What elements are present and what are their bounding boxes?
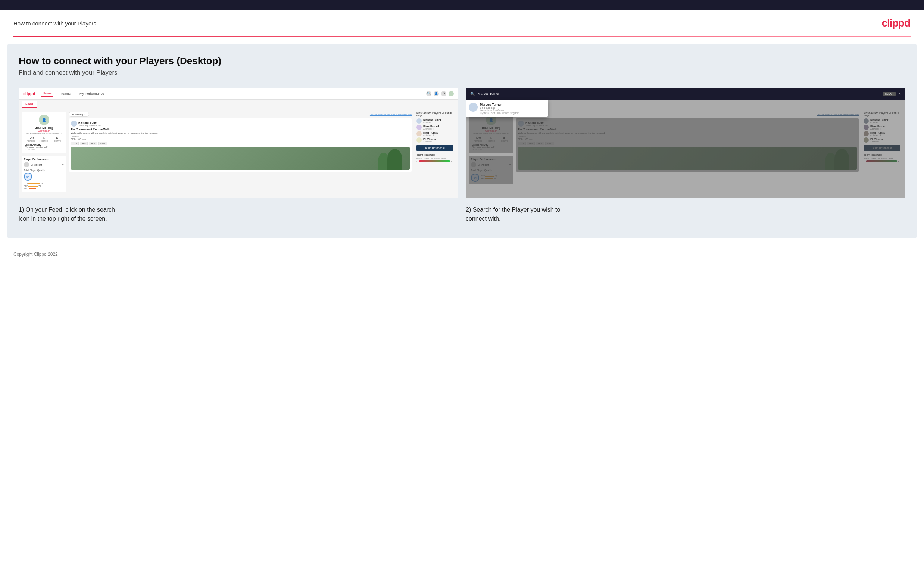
- app-nav-teams[interactable]: Teams: [59, 91, 72, 96]
- act-title-text: Pre Tournament Course Walk: [71, 128, 410, 131]
- close-button[interactable]: ×: [899, 91, 901, 96]
- screenshot-2-panel: clippd Home Teams My Performance Feed 👤: [466, 88, 905, 223]
- player-acts: Activities: 3: [423, 134, 438, 136]
- settings-icon[interactable]: ⚙: [441, 91, 446, 96]
- team-dashboard-btn[interactable]: Team Dashboard: [416, 145, 453, 151]
- player-acts: Activities: 7: [423, 121, 441, 123]
- act-desc: Walking the course with my coach to buil…: [71, 132, 410, 134]
- team-dashboard-label: Team Dashboard: [425, 147, 445, 149]
- app-ui-1: clippd Home Teams My Performance 🔍 👤 ⚙ F…: [19, 88, 458, 198]
- clear-label: CLEAR: [885, 93, 893, 95]
- feed-tab[interactable]: Feed: [22, 101, 37, 108]
- act-avatar: [71, 120, 77, 127]
- screenshots-row: clippd Home Teams My Performance 🔍 👤 ⚙ F…: [19, 88, 905, 223]
- header-divider: [13, 36, 911, 37]
- followers-label: Followers: [39, 140, 48, 142]
- caption-1: 1) On your Feed, click on the searchicon…: [19, 198, 458, 223]
- list-item: Richard Butler Activities: 7: [416, 119, 453, 123]
- caption-2-text: 2) Search for the Player you wish toconn…: [466, 206, 560, 222]
- sr-hcp: 1·5 Handicap: [480, 106, 519, 109]
- act-name: Richard Butler: [78, 121, 101, 124]
- player-name: Piers Parnell: [423, 125, 439, 128]
- act-duration: Duration 02 hr : 00 min: [71, 135, 410, 140]
- pp-name: Eli Vincent: [31, 164, 60, 166]
- profile-role: Golf Coach: [24, 130, 63, 132]
- la-date: 27 Jul 2022: [24, 148, 63, 151]
- tpq-title: Total Player Quality: [24, 169, 64, 171]
- app-nav-1: clippd Home Teams My Performance 🔍 👤 ⚙: [19, 88, 458, 100]
- player-info: Richard Butler Activities: 7: [423, 119, 441, 123]
- sr-name: Marcus Turner: [480, 103, 519, 106]
- act-image: [71, 147, 410, 169]
- clear-button[interactable]: CLEAR: [883, 92, 895, 96]
- following-label: Following: [53, 140, 61, 142]
- control-link[interactable]: Control who can see your activity and da…: [370, 113, 412, 115]
- player-info: Eli Vincent Activities: 1: [423, 138, 437, 143]
- app-nav-logo: clippd: [23, 91, 35, 96]
- search-icon-overlay: 🔍: [470, 92, 475, 96]
- player-avatar: [416, 119, 422, 123]
- search-result-item[interactable]: Marcus Turner 1·5 Handicap Yesterday · T…: [469, 103, 545, 114]
- copyright: Copyright Clippd 2022: [13, 252, 58, 257]
- profile-card: 👤 Blair McHarg Golf Coach Mill Ride Golf…: [22, 112, 66, 153]
- player-name: Richard Butler: [423, 119, 441, 121]
- player-list: Richard Butler Activities: 7 Piers Parne…: [416, 119, 453, 143]
- most-active-title: Most Active Players - Last 30 days: [416, 112, 453, 117]
- th-scale: -5 +5: [416, 160, 453, 162]
- player-avatar: [416, 131, 422, 136]
- search-result-dropdown: Marcus Turner 1·5 Handicap Yesterday · T…: [466, 100, 548, 117]
- player-avatar: [416, 125, 422, 130]
- logo-dot: d: [904, 17, 911, 29]
- search-input-text[interactable]: Marcus Turner: [478, 92, 880, 96]
- user-icon[interactable]: 👤: [434, 91, 439, 96]
- app-right: Most Active Players - Last 30 days Richa…: [414, 109, 455, 198]
- app-ui-2: clippd Home Teams My Performance Feed 👤: [466, 88, 905, 198]
- avatar-icon[interactable]: [448, 91, 454, 96]
- tag-ott: OTT: [71, 141, 79, 145]
- pp-player-row: Eli Vincent ▼: [24, 162, 64, 167]
- player-name: Hiral Pujara: [423, 132, 438, 134]
- la-title: Latest Activity: [24, 143, 63, 146]
- app-nav-performance[interactable]: My Performance: [78, 91, 105, 96]
- profile-avatar: 👤: [39, 115, 49, 125]
- sr-subtitle: Yesterday · The Grove: [480, 109, 519, 112]
- pp-avatar: [24, 162, 29, 167]
- player-avatar: [416, 137, 422, 143]
- act-user-row: Richard Butler Yesterday · The Grove: [71, 120, 410, 127]
- player-acts: Activities: 1: [423, 140, 437, 143]
- activities-num: 129: [27, 136, 35, 140]
- player-acts: Activities: 4: [423, 128, 439, 130]
- th-sub: Player Quality · 20 Round Trend: [416, 157, 453, 159]
- screenshot-1-frame: clippd Home Teams My Performance 🔍 👤 ⚙ F…: [19, 88, 458, 198]
- sr-location: Cypress Point Club, United Kingdom: [480, 112, 519, 114]
- header-title: How to connect with your Players: [13, 20, 96, 26]
- list-item: Hiral Pujara Activities: 3: [416, 131, 453, 136]
- list-item: Eli Vincent Activities: 1: [416, 137, 453, 143]
- main-content: How to connect with your Players (Deskto…: [8, 44, 916, 238]
- team-heatmap: Team Heatmap Player Quality · 20 Round T…: [416, 153, 453, 162]
- pp-arrow: ▼: [61, 164, 64, 166]
- activities-label: Activities: [27, 140, 35, 142]
- stat-followers: 3 Followers: [39, 136, 48, 142]
- tag-arg: ARG: [89, 141, 97, 145]
- app-feed: Following ▾ Control who can see your act…: [66, 109, 414, 198]
- stat-following: 4 Following: [53, 136, 61, 142]
- act-tags: OTT APP ARG PUTT: [71, 141, 410, 145]
- player-name: Eli Vincent: [423, 138, 437, 140]
- search-icon[interactable]: 🔍: [426, 91, 431, 96]
- following-btn[interactable]: Following ▾: [69, 112, 89, 117]
- profile-location: Mill Ride Golf Club, United Kingdom: [24, 132, 63, 135]
- app-nav-home[interactable]: Home: [41, 91, 53, 97]
- profile-stats: 129 Activities 3 Followers 4: [24, 136, 63, 142]
- stat-activities: 129 Activities: [27, 136, 35, 142]
- followers-num: 3: [39, 136, 48, 140]
- page-heading: How to connect with your Players (Deskto…: [19, 55, 905, 67]
- screenshot-2-frame: clippd Home Teams My Performance Feed 👤: [466, 88, 905, 198]
- logo: clipp d: [882, 17, 911, 29]
- sr-avatar: [469, 103, 478, 112]
- tag-app: APP: [80, 141, 88, 145]
- player-perf-section: Player Performance Eli Vincent ▼ Total P…: [22, 156, 66, 192]
- figure-1: [387, 149, 402, 169]
- act-sub: Yesterday · The Grove: [78, 124, 101, 127]
- sr-info: Marcus Turner 1·5 Handicap Yesterday · T…: [480, 103, 519, 114]
